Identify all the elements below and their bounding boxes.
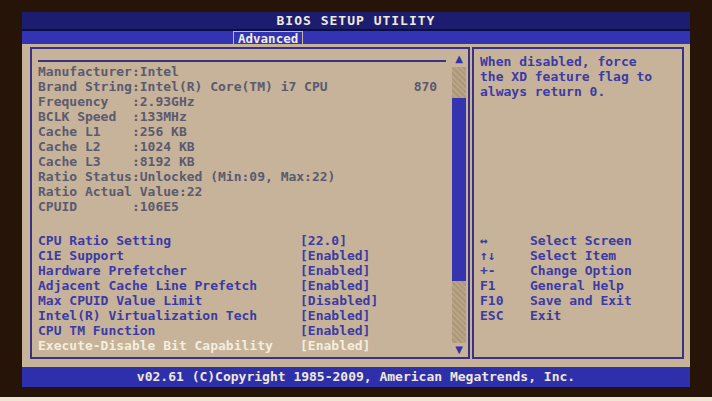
legend-exit: ESC Exit — [480, 308, 678, 323]
setting-label: Max CPUID Value Limit — [38, 293, 300, 308]
esc-key: ESC — [480, 308, 530, 323]
setting-label: C1E Support — [38, 248, 300, 263]
legend-general-help: F1 General Help — [480, 278, 678, 293]
setting-value: [Enabled] — [300, 263, 370, 278]
content-area: ▲ ▼ Manufacturer:Intel Brand String:Inte… — [22, 44, 690, 367]
left-right-arrows-icon: ↔ — [480, 233, 530, 248]
cpu-info-line: Cache L3 :8192 KB — [38, 154, 444, 169]
setting-label: Execute-Disable Bit Capability — [38, 338, 300, 353]
cpu-info-line: Cache L1 :256 KB — [38, 124, 444, 139]
cpu-info-line: Brand String:Intel(R) Core(TM) i7 CPU 87… — [38, 79, 444, 94]
setting-hardware-prefetcher[interactable]: Hardware Prefetcher [Enabled] — [38, 263, 448, 278]
cpu-info-block: Manufacturer:Intel Brand String:Intel(R)… — [38, 64, 444, 214]
legend-save-exit: F10 Save and Exit — [480, 293, 678, 308]
cpu-configuration-panel: ▲ ▼ Manufacturer:Intel Brand String:Inte… — [30, 47, 470, 359]
setting-virtualization-tech[interactable]: Intel(R) Virtualization Tech [Enabled] — [38, 308, 448, 323]
setting-cpu-tm-function[interactable]: CPU TM Function [Enabled] — [38, 323, 448, 338]
legend-action: Change Option — [530, 263, 632, 278]
divider — [38, 60, 446, 62]
legend-select-item: ↑↓ Select Item — [480, 248, 678, 263]
scroll-down-icon[interactable]: ▼ — [452, 344, 466, 356]
help-text-line: When disabled, force — [480, 54, 678, 69]
setting-cpu-ratio[interactable]: CPU Ratio Setting [22.0] — [38, 233, 448, 248]
tab-advanced[interactable]: Advanced — [233, 31, 303, 44]
setting-value: [Enabled] — [300, 248, 370, 263]
copyright-bar: v02.61 (C)Copyright 1985-2009, American … — [22, 367, 690, 387]
cpu-info-line: BCLK Speed :133MHz — [38, 109, 444, 124]
setting-value: [Enabled] — [300, 308, 370, 323]
setting-value: [Enabled] — [300, 278, 370, 293]
menu-bar: Advanced — [22, 31, 690, 44]
setting-value: [Disabled] — [300, 293, 378, 308]
setting-c1e-support[interactable]: C1E Support [Enabled] — [38, 248, 448, 263]
cpu-info-line: Cache L2 :1024 KB — [38, 139, 444, 154]
scroll-up-icon[interactable]: ▲ — [452, 53, 466, 65]
cpu-info-line: Ratio Status:Unlocked (Min:09, Max:22) — [38, 169, 444, 184]
legend-action: Select Item — [530, 248, 616, 263]
legend-action: General Help — [530, 278, 624, 293]
settings-list: CPU Ratio Setting [22.0] C1E Support [En… — [38, 233, 448, 353]
legend-action: Exit — [530, 308, 561, 323]
scrollbar[interactable] — [452, 67, 466, 343]
scrollbar-thumb[interactable] — [452, 98, 466, 281]
cpu-info-line: Manufacturer:Intel — [38, 64, 444, 79]
help-text-line: the XD feature flag to — [480, 69, 678, 84]
screen-bottom-edge — [0, 397, 712, 401]
bios-screen: { "title_bar": { "title": "BIOS SETUP UT… — [0, 0, 712, 401]
copyright-text: v02.61 (C)Copyright 1985-2009, American … — [137, 369, 575, 384]
cpu-info-line: Ratio Actual Value:22 — [38, 184, 444, 199]
setting-label: CPU Ratio Setting — [38, 233, 300, 248]
legend-action: Save and Exit — [530, 293, 632, 308]
title-bar: BIOS SETUP UTILITY — [22, 12, 690, 29]
setting-label: Hardware Prefetcher — [38, 263, 300, 278]
legend-change-option: +- Change Option — [480, 263, 678, 278]
setting-value: [Enabled] — [300, 338, 370, 353]
cpu-info-line: CPUID :106E5 — [38, 199, 444, 214]
setting-label: CPU TM Function — [38, 323, 300, 338]
plus-minus-keys: +- — [480, 263, 530, 278]
f1-key: F1 — [480, 278, 530, 293]
setting-adjacent-cache-prefetch[interactable]: Adjacent Cache Line Prefetch [Enabled] — [38, 278, 448, 293]
setting-label: Adjacent Cache Line Prefetch — [38, 278, 300, 293]
f10-key: F10 — [480, 293, 530, 308]
page-title: BIOS SETUP UTILITY — [277, 13, 436, 28]
legend-action: Select Screen — [530, 233, 632, 248]
help-panel: When disabled, force the XD feature flag… — [472, 47, 684, 359]
setting-value: [Enabled] — [300, 323, 370, 338]
key-legend: ↔ Select Screen ↑↓ Select Item +- Change… — [480, 233, 678, 323]
setting-value: [22.0] — [300, 233, 347, 248]
setting-label: Intel(R) Virtualization Tech — [38, 308, 300, 323]
up-down-arrows-icon: ↑↓ — [480, 248, 530, 263]
help-text: When disabled, force the XD feature flag… — [480, 54, 678, 99]
setting-max-cpuid-limit[interactable]: Max CPUID Value Limit [Disabled] — [38, 293, 448, 308]
cpu-info-line: Frequency :2.93GHz — [38, 94, 444, 109]
setting-execute-disable-bit[interactable]: Execute-Disable Bit Capability [Enabled] — [38, 338, 448, 353]
help-text-line: always return 0. — [480, 84, 678, 99]
legend-select-screen: ↔ Select Screen — [480, 233, 678, 248]
